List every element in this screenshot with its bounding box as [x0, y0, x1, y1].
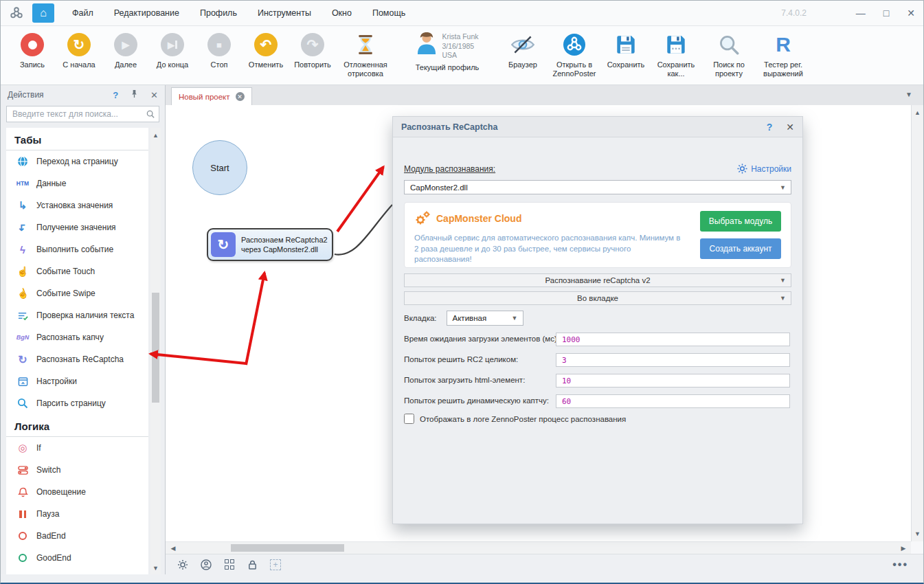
menu-edit[interactable]: Редактирование [114, 8, 179, 18]
maximize-button[interactable]: □ [883, 8, 889, 19]
current-profile-button[interactable]: Krista Funk 3/16/1985 USA Текущий профил… [396, 31, 498, 72]
scroll-left-icon[interactable]: ◀ [170, 545, 177, 552]
capmonster-title: CapMonster Cloud [414, 211, 521, 226]
menu-file[interactable]: Файл [72, 8, 93, 18]
text-check-icon [15, 309, 30, 322]
floppy-icon [616, 34, 636, 55]
sidebar-item-badend[interactable]: BadEnd [6, 525, 148, 547]
menu-profile[interactable]: Профиль [200, 8, 237, 18]
scroll-up-icon[interactable]: ▲ [912, 109, 923, 116]
sidebar-item-solve-captcha[interactable]: BgN Распознать капчу [6, 326, 148, 348]
recaptcha-action-block[interactable]: ↻ Распознаем ReCaptcha2 через CapMonster… [207, 228, 333, 261]
gear-icon[interactable] [177, 559, 188, 570]
lock-icon[interactable] [247, 559, 258, 570]
chevron-down-icon: ▼ [780, 184, 786, 191]
sidebar-item-get-value[interactable]: ↴ Получение значения [6, 216, 148, 238]
minimize-button[interactable]: — [856, 8, 866, 19]
more-options-button[interactable]: ••• [892, 559, 908, 571]
tab-select[interactable]: Активная▼ [447, 311, 523, 326]
actions-list: Табы Переход на страницу HTM Данные ↳ Ус… [6, 128, 148, 576]
touch-icon: ☝ [15, 265, 30, 278]
eye-slash-icon [510, 35, 536, 54]
tab-close-icon[interactable]: ✕ [236, 92, 245, 101]
wait-time-input[interactable] [556, 333, 790, 346]
menu-window[interactable]: Окно [332, 8, 352, 18]
save-button[interactable]: Сохранить [604, 31, 648, 69]
field-wait-time: Время ожидания загрузки элементов (мс): [404, 333, 791, 346]
target-select[interactable]: Во вкладке▼ [404, 291, 791, 305]
sidebar-item-settings[interactable]: Настройки [6, 370, 148, 392]
sidebar-item-if[interactable]: ◎ If [6, 437, 148, 459]
recognition-mode-select[interactable]: Распознавание reCaptcha v2▼ [404, 273, 791, 287]
globe-icon [15, 155, 30, 168]
sidebar-item-switch[interactable]: Switch [6, 459, 148, 481]
dynamic-attempts-input[interactable] [556, 394, 790, 408]
sidebar-item-goodend[interactable]: GoodEnd [6, 547, 148, 569]
dialog-header: Распознать ReCaptcha ? ✕ [393, 117, 802, 137]
fit-selection-icon[interactable]: + [270, 559, 281, 570]
menu-help[interactable]: Помощь [372, 8, 405, 18]
html-attempts-input[interactable] [556, 374, 790, 388]
sidebar-item-notification[interactable]: Оповещение [6, 481, 148, 503]
sidebar-scrollbar[interactable]: ▲ ▼ [150, 128, 161, 576]
record-button[interactable]: Запись [10, 31, 54, 69]
profile-info: Krista Funk 3/16/1985 USA [442, 31, 478, 60]
undo-icon: ↶ [254, 33, 278, 56]
close-icon[interactable]: ✕ [786, 122, 794, 133]
window-icon [15, 375, 30, 388]
regex-tester-button[interactable]: R Тестер рег. выражений [756, 31, 810, 78]
create-account-button[interactable]: Создать аккаунт [700, 238, 781, 259]
chevron-down-icon: ▼ [780, 295, 786, 302]
home-button[interactable]: ⌂ [32, 3, 54, 23]
project-search-button[interactable]: Поиск по проекту [704, 31, 754, 78]
scrollbar-thumb[interactable] [231, 544, 344, 552]
scroll-down-icon[interactable]: ▼ [150, 565, 161, 572]
canvas-horizontal-scrollbar[interactable]: ◀ ▶ [166, 541, 911, 554]
section-logic: Логика [6, 414, 148, 437]
sidebar-item-parse-page[interactable]: Парсить страницу [6, 392, 148, 414]
help-icon[interactable]: ? [767, 122, 773, 133]
sidebar-item-set-value[interactable]: ↳ Установка значения [6, 194, 148, 216]
open-in-zennoposter-button[interactable]: Открыть в ZennoPoster [548, 31, 601, 78]
tab-list-caret-icon[interactable]: ▼ [905, 91, 912, 98]
sidebar-item-data[interactable]: HTM Данные [6, 172, 148, 194]
search-input[interactable] [11, 109, 146, 120]
badend-icon [15, 530, 30, 542]
restart-button[interactable]: ↻ С начала [57, 31, 101, 69]
sidebar-item-touch-event[interactable]: ☝ Событие Touch [6, 260, 148, 282]
capmonster-description: Облачный сервис для автоматического расп… [414, 233, 681, 265]
tab-new-project[interactable]: Новый проект ✕ [171, 87, 252, 105]
scroll-right-icon[interactable]: ▶ [900, 545, 907, 552]
scroll-up-icon[interactable]: ▲ [150, 132, 161, 139]
sidebar-item-pause[interactable]: Пауза [6, 503, 148, 525]
scrollbar-thumb[interactable] [152, 293, 159, 403]
sidebar-item-check-text[interactable]: Проверка наличия текста [6, 304, 148, 326]
help-icon[interactable]: ? [113, 90, 118, 100]
browser-button[interactable]: Браузер [501, 31, 545, 69]
recaptcha-refresh-icon: ↻ [211, 232, 236, 257]
zennoposter-projectmaker-window: ⌂ Файл Редактирование Профиль Инструмент… [0, 0, 924, 584]
scroll-down-icon[interactable]: ▼ [912, 530, 923, 537]
canvas-vertical-scrollbar[interactable]: ▲ ▼ [911, 105, 923, 541]
rc2-attempts-input[interactable] [556, 353, 790, 367]
panel-close-icon[interactable]: ✕ [150, 90, 158, 100]
settings-link[interactable]: Настройки [737, 164, 791, 174]
start-node[interactable]: Start [192, 140, 247, 195]
grid-icon[interactable] [223, 559, 235, 570]
menu-tools[interactable]: Инструменты [258, 8, 311, 18]
pin-icon[interactable] [131, 89, 138, 100]
profile-circle-icon[interactable] [200, 559, 212, 570]
close-button[interactable]: ✕ [907, 8, 915, 19]
search-icon [15, 397, 30, 409]
undo-button[interactable]: ↶ Отменить [244, 31, 288, 69]
sidebar-item-swipe-event[interactable]: ☝ Событие Swipe [6, 282, 148, 304]
app-version: 7.4.0.2 [781, 8, 807, 18]
log-process-checkbox[interactable] [404, 414, 414, 424]
module-select[interactable]: CapMonster2.dll▼ [404, 180, 791, 194]
sidebar-item-goto-page[interactable]: Переход на страницу [6, 150, 148, 172]
select-module-button[interactable]: Выбрать модуль [700, 211, 781, 232]
deferred-render-button[interactable]: Отложенная отрисовка [337, 31, 394, 78]
sidebar-item-solve-recaptcha[interactable]: ↻ Распознать ReCaptcha [6, 348, 148, 370]
save-as-button[interactable]: Сохранить как... [651, 31, 701, 78]
sidebar-item-execute-event[interactable]: ϟ Выполнить событие [6, 238, 148, 260]
